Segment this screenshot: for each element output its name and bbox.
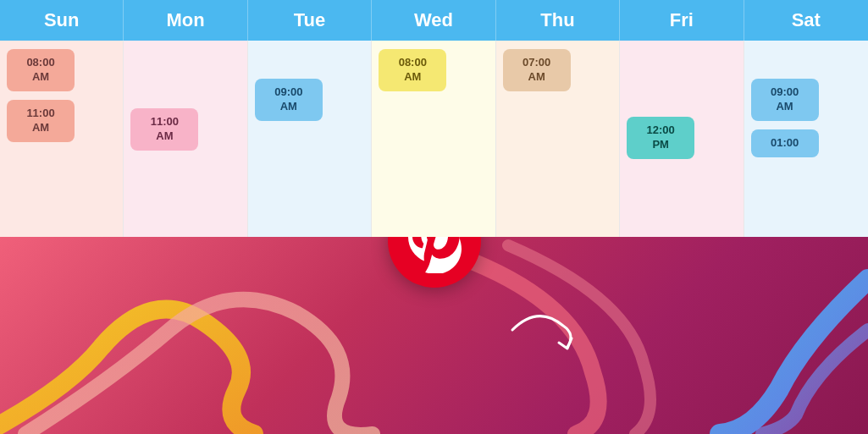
calendar-body: 08:00 AM 11:00 AM 11:00 AM 09:00 AM (0, 41, 868, 237)
header-fri: Fri (620, 0, 744, 41)
calendar-header: Sun Mon Tue Wed Thu Fri Sat (0, 0, 868, 41)
arrow-icon (504, 296, 589, 364)
day-col-mon: 11:00 AM (124, 41, 247, 237)
pinterest-p-icon (406, 237, 462, 273)
header-tue: Tue (248, 0, 372, 41)
time-badge[interactable]: 08:00 AM (7, 49, 75, 91)
header-sat: Sat (744, 0, 868, 41)
day-col-tue: 09:00 AM (248, 41, 372, 237)
time-badge[interactable]: 09:00 AM (751, 79, 819, 121)
time-badge[interactable]: 01:00 (751, 129, 819, 157)
header-thu: Thu (496, 0, 620, 41)
calendar-section: Sun Mon Tue Wed Thu Fri Sat 08:00 AM (0, 0, 868, 237)
time-badge[interactable]: 11:00 AM (130, 108, 198, 151)
day-col-thu: 07:00 AM (496, 41, 620, 237)
time-badge[interactable]: 07:00 AM (503, 49, 571, 91)
time-badge[interactable]: 12:00 PM (627, 117, 694, 159)
time-badge[interactable]: 08:00 AM (379, 49, 446, 91)
bottom-section (0, 237, 868, 434)
time-badge[interactable]: 09:00 AM (255, 79, 323, 121)
time-badge[interactable]: 11:00 AM (7, 100, 75, 142)
day-col-sat: 09:00 AM 01:00 (744, 41, 868, 237)
day-col-wed: 08:00 AM (372, 41, 495, 237)
header-mon: Mon (124, 0, 247, 41)
day-col-sun: 08:00 AM 11:00 AM (0, 41, 124, 237)
day-col-fri: 12:00 PM (620, 41, 744, 237)
header-sun: Sun (0, 0, 124, 41)
header-wed: Wed (372, 0, 495, 41)
